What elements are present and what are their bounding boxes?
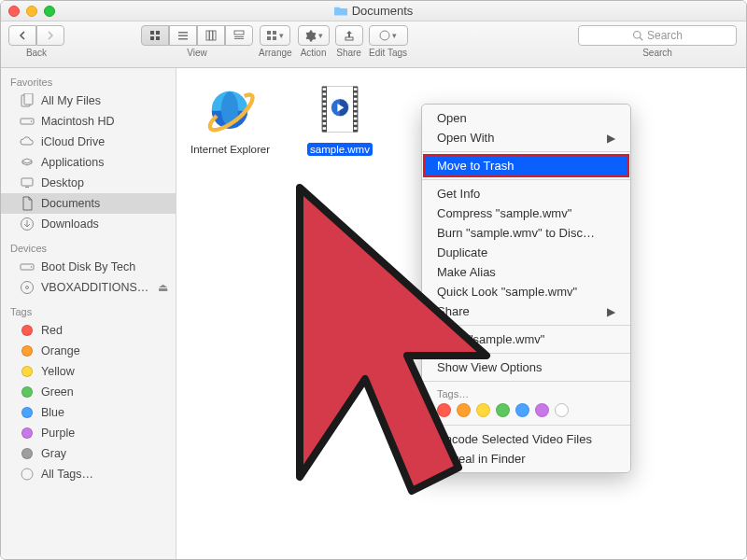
sidebar-item-documents[interactable]: Documents bbox=[1, 193, 176, 214]
svg-rect-45 bbox=[323, 127, 327, 130]
sidebar-item-all-tags[interactable]: All Tags… bbox=[1, 464, 176, 484]
ctx-separator bbox=[422, 151, 630, 152]
svg-rect-51 bbox=[354, 113, 358, 116]
sidebar-item-label: Yellow bbox=[41, 365, 168, 378]
sidebar-item-macintosh-hd[interactable]: Macintosh HD bbox=[1, 111, 176, 132]
sidebar-item-applications[interactable]: Applications bbox=[1, 152, 176, 173]
svg-point-24 bbox=[31, 120, 33, 122]
toolbar: Back View ▾ Arrange ▾ Action Share ▾ bbox=[1, 21, 746, 68]
ctx-reveal[interactable]: Reveal in Finder bbox=[422, 449, 630, 469]
sidebar-item-label: iCloud Drive bbox=[41, 135, 168, 148]
search-input[interactable]: Search bbox=[578, 25, 737, 46]
sidebar-item-label: Green bbox=[41, 385, 168, 399]
file-item-internet-explorer[interactable]: Internet Explorer 8 bbox=[188, 79, 272, 156]
sidebar-item-boot-disk[interactable]: Boot Disk By Tech bbox=[1, 257, 176, 277]
ctx-make-alias[interactable]: Make Alias bbox=[422, 262, 630, 282]
sidebar-item-label: Orange bbox=[41, 344, 168, 357]
ctx-encode[interactable]: Encode Selected Video Files bbox=[422, 429, 630, 449]
column-view-button[interactable] bbox=[197, 25, 225, 46]
ctx-separator bbox=[422, 179, 630, 180]
eject-icon[interactable]: ⏏ bbox=[158, 281, 168, 294]
svg-rect-49 bbox=[354, 103, 358, 105]
ctx-compress[interactable]: Compress "sample.wmv" bbox=[422, 203, 630, 223]
sidebar-item-icloud-drive[interactable]: iCloud Drive bbox=[1, 132, 176, 152]
ctx-move-to-trash[interactable]: Move to Trash bbox=[422, 156, 630, 175]
minimize-window-button[interactable] bbox=[26, 6, 37, 17]
sidebar-tag-gray[interactable]: Gray bbox=[1, 443, 176, 464]
sidebar-item-label: VBOXADDITIONS_4. bbox=[41, 281, 151, 294]
sidebar-item-desktop[interactable]: Desktop bbox=[1, 173, 176, 193]
svg-point-32 bbox=[21, 469, 33, 480]
sidebar-item-label: Downloads bbox=[41, 217, 168, 231]
svg-rect-12 bbox=[234, 38, 244, 39]
forward-button[interactable] bbox=[36, 25, 64, 46]
window-title-text: Documents bbox=[352, 4, 414, 18]
context-menu: Open Open With▶ Move to Trash Get Info C… bbox=[421, 104, 631, 473]
edit-tags-button[interactable]: ▾ bbox=[369, 25, 408, 46]
svg-rect-44 bbox=[323, 122, 327, 125]
desktop-icon bbox=[20, 175, 35, 190]
arrange-label: Arrange bbox=[259, 48, 292, 58]
tag-dot-icon bbox=[20, 343, 35, 358]
ctx-get-info[interactable]: Get Info bbox=[422, 184, 630, 203]
ctx-tag-color[interactable] bbox=[437, 403, 451, 417]
all-tags-icon bbox=[20, 467, 35, 482]
ctx-copy[interactable]: Copy "sample.wmv" bbox=[422, 329, 630, 349]
svg-rect-11 bbox=[234, 36, 244, 37]
cloud-icon bbox=[20, 134, 35, 149]
tag-dot-icon bbox=[20, 323, 35, 338]
sidebar-tag-blue[interactable]: Blue bbox=[1, 402, 176, 423]
sidebar-item-vbox-additions[interactable]: VBOXADDITIONS_4. ⏏ bbox=[1, 277, 176, 298]
video-file-icon bbox=[310, 79, 370, 139]
sidebar-tag-orange[interactable]: Orange bbox=[1, 341, 176, 361]
ctx-duplicate[interactable]: Duplicate bbox=[422, 243, 630, 262]
file-label: sample.wmv bbox=[307, 143, 373, 156]
back-forward-group: Back bbox=[8, 25, 64, 58]
svg-rect-4 bbox=[178, 32, 188, 34]
icon-view-button[interactable] bbox=[141, 25, 169, 46]
search-label: Search bbox=[642, 48, 672, 58]
ctx-tag-color[interactable] bbox=[496, 403, 510, 417]
action-button[interactable]: ▾ bbox=[298, 25, 330, 46]
svg-rect-8 bbox=[210, 31, 213, 40]
ctx-separator bbox=[422, 381, 630, 382]
sidebar-item-label: Purple bbox=[41, 427, 168, 440]
ctx-open[interactable]: Open bbox=[422, 108, 630, 128]
titlebar: Documents bbox=[1, 1, 746, 21]
ctx-show-view-options[interactable]: Show View Options bbox=[422, 357, 630, 377]
svg-point-31 bbox=[26, 287, 29, 289]
sidebar-item-all-my-files[interactable]: All My Files bbox=[1, 91, 176, 111]
svg-rect-38 bbox=[323, 93, 327, 96]
ctx-tag-color[interactable] bbox=[457, 403, 471, 417]
svg-rect-43 bbox=[323, 118, 327, 120]
arrange-button[interactable]: ▾ bbox=[260, 25, 290, 46]
close-window-button[interactable] bbox=[8, 6, 20, 17]
sidebar-tag-red[interactable]: Red bbox=[1, 320, 176, 341]
svg-rect-5 bbox=[178, 35, 188, 37]
tag-dot-icon bbox=[20, 446, 35, 461]
downloads-icon bbox=[20, 217, 35, 231]
sidebar-tag-yellow[interactable]: Yellow bbox=[1, 361, 176, 382]
share-button[interactable] bbox=[335, 25, 363, 46]
sidebar-item-downloads[interactable]: Downloads bbox=[1, 214, 176, 234]
ctx-tag-color[interactable] bbox=[476, 403, 490, 417]
list-view-button[interactable] bbox=[169, 25, 197, 46]
coverflow-view-button[interactable] bbox=[225, 25, 253, 46]
ctx-tag-clear[interactable] bbox=[555, 403, 569, 417]
ctx-separator bbox=[422, 325, 630, 326]
sidebar-item-label: Blue bbox=[41, 406, 168, 419]
zoom-window-button[interactable] bbox=[44, 6, 55, 17]
ctx-burn[interactable]: Burn "sample.wmv" to Disc… bbox=[422, 223, 630, 243]
ctx-quick-look[interactable]: Quick Look "sample.wmv" bbox=[422, 282, 630, 301]
back-button[interactable] bbox=[8, 25, 36, 46]
ctx-share[interactable]: Share▶ bbox=[422, 301, 630, 321]
ctx-open-with[interactable]: Open With▶ bbox=[422, 128, 630, 147]
ctx-tag-color[interactable] bbox=[515, 403, 529, 417]
svg-rect-2 bbox=[150, 36, 154, 40]
svg-point-19 bbox=[633, 32, 641, 39]
sidebar-tag-purple[interactable]: Purple bbox=[1, 423, 176, 443]
file-item-sample-wmv[interactable]: sample.wmv bbox=[298, 79, 382, 156]
ctx-tag-colors bbox=[422, 399, 630, 421]
ctx-tag-color[interactable] bbox=[535, 403, 549, 417]
sidebar-tag-green[interactable]: Green bbox=[1, 382, 176, 402]
